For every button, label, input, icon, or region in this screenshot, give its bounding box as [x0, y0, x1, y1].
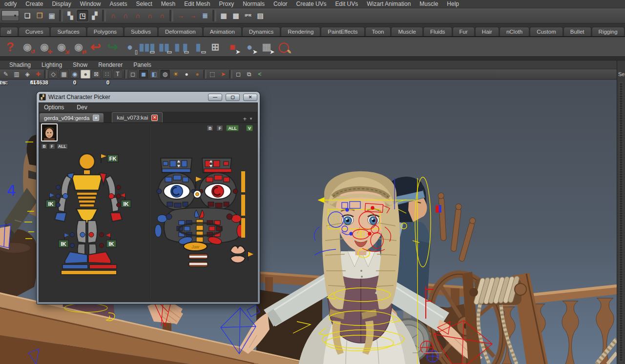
panel-separator[interactable]	[44, 70, 47, 79]
output-connections-icon[interactable]: →	[187, 10, 199, 21]
tab-kai[interactable]: kai_v073:kai ✕	[112, 112, 163, 122]
smooth-shade-icon[interactable]: ◼	[139, 70, 148, 79]
head-control[interactable]	[79, 154, 95, 169]
image-plane-icon[interactable]: ✎	[1, 70, 11, 79]
shelf-tab[interactable]: Dynamics	[242, 27, 280, 36]
snap-to-grid-icon[interactable]: ∩	[107, 10, 119, 21]
menu-item[interactable]: Mesh	[157, 0, 180, 7]
maximize-button[interactable]: ▢	[226, 94, 240, 101]
toolbar-separator[interactable]	[102, 10, 106, 21]
neck-control[interactable]	[83, 170, 90, 175]
camera-tumble-icon[interactable]: ◉↺	[20, 40, 35, 54]
file-new-icon[interactable]: ❏	[21, 10, 33, 21]
resolution-gate-icon[interactable]: ⊠	[91, 70, 101, 79]
render-settings-icon[interactable]: ▤	[254, 10, 266, 21]
shelf-tab[interactable]: Subdivs	[124, 27, 158, 36]
light-brown-icon[interactable]: ●	[192, 70, 202, 79]
help-icon[interactable]: ?	[3, 40, 18, 54]
lips-control[interactable]	[230, 246, 253, 263]
delete-object-icon[interactable]: ●▯	[123, 40, 137, 54]
snap-to-point-icon[interactable]: ∩	[132, 10, 144, 21]
zoom-region-icon[interactable]: ✚	[33, 70, 43, 79]
tab-gerda-close-icon[interactable]: ✕	[93, 115, 99, 121]
select-blue-sphere-icon[interactable]: ●➤	[242, 40, 257, 54]
panel-menu-item[interactable]: Show	[67, 61, 93, 68]
character-thumbnail[interactable]	[41, 123, 58, 142]
menu-item[interactable]: Create	[21, 0, 47, 7]
menu-item[interactable]: Muscle	[415, 0, 442, 7]
menu-item[interactable]: Help	[442, 0, 463, 7]
toolbar-separator[interactable]	[212, 10, 216, 21]
panel-menu-item[interactable]: Panels	[128, 61, 157, 68]
snap-to-plane-icon[interactable]: ∩	[144, 10, 156, 21]
slider-bars-control[interactable]	[241, 171, 245, 238]
marquee-select-icon[interactable]: ⬚	[208, 70, 217, 79]
shelf-tab[interactable]: Curves	[19, 27, 50, 36]
thumbnail-toggle-button[interactable]: ALL	[57, 143, 68, 149]
shelf-tab[interactable]: PaintEffects	[321, 27, 364, 36]
cursor-icon[interactable]: ➤	[218, 70, 228, 79]
shelf-tab[interactable]: Surfaces	[50, 27, 86, 36]
left-eye-control[interactable]	[157, 173, 195, 210]
menu-item[interactable]: Select	[131, 0, 156, 7]
menu-item[interactable]: Proxy	[215, 0, 239, 7]
node-editor-icon[interactable]: ⊞	[208, 40, 223, 54]
right-panel-strip[interactable]: Se	[617, 61, 625, 364]
gate-mask-icon[interactable]: ∷	[102, 70, 112, 79]
menu-item[interactable]: Window	[76, 0, 105, 7]
menu-item[interactable]: odify	[0, 0, 21, 7]
hud-text-icon[interactable]: T	[113, 70, 123, 79]
panel-separator[interactable]	[229, 70, 232, 79]
body-visibility-button[interactable]: B	[207, 125, 214, 131]
film-gate-icon[interactable]: ▦	[59, 70, 69, 79]
right-panel-scrollbar[interactable]	[619, 82, 623, 362]
menu-item[interactable]: Normals	[238, 0, 269, 7]
leg-controls[interactable]	[77, 221, 97, 259]
panel-separator[interactable]	[203, 70, 207, 79]
all-visibility-button[interactable]: ALL	[226, 125, 239, 131]
select-object-icon[interactable]: ◳	[77, 10, 88, 21]
panel-menu-item[interactable]: Renderer	[93, 61, 128, 68]
isolate-cube-icon[interactable]: ◻	[233, 70, 243, 79]
menu-item[interactable]: Edit UVs	[331, 0, 363, 7]
teeth-controls[interactable]	[188, 254, 208, 267]
layered-view-icon[interactable]: ⧉	[244, 70, 254, 79]
toolbar-separator[interactable]	[59, 10, 63, 21]
share-view-icon[interactable]: <	[255, 70, 265, 79]
tab-gerda[interactable]: gerda_v094:gerda ✕	[40, 113, 104, 122]
shelf-tab[interactable]: Deformation	[158, 27, 203, 36]
right-brow-control[interactable]	[202, 158, 231, 173]
mouth-control-cluster[interactable]: Jaw	[155, 208, 244, 251]
shelf-tab[interactable]: Rigging	[592, 27, 625, 36]
bookmark-icon[interactable]: ▥	[12, 70, 21, 79]
camera-attrs-icon[interactable]: ◈	[22, 70, 32, 79]
wireframe-cube-icon[interactable]: ◻	[128, 70, 138, 79]
wizart-character-picker-window[interactable]: ▞ Wizart Character Picker — ▢ ✕ OptionsD…	[37, 92, 260, 304]
menu-item[interactable]: Color	[269, 0, 292, 7]
fk-flag-control[interactable]: FK	[101, 154, 118, 163]
green-arrow-tool-icon[interactable]: ↪	[105, 40, 120, 54]
right-eye-control[interactable]	[199, 173, 238, 210]
camera-dolly-icon[interactable]: ◉⇲	[54, 40, 69, 54]
left-hand-control[interactable]	[55, 213, 66, 222]
shelf-tab[interactable]: Toon	[365, 27, 391, 36]
tab-kai-close-icon[interactable]: ✕	[151, 115, 158, 121]
shelf-tab[interactable]: Rendering	[281, 27, 320, 36]
menu-item[interactable]: Edit Mesh	[180, 0, 214, 7]
menu-item[interactable]: Assets	[105, 0, 131, 7]
render-view-icon[interactable]: ▦	[218, 10, 229, 21]
file-open-icon[interactable]: ❒	[34, 10, 45, 21]
shaded-sphere-icon[interactable]: ◉	[70, 70, 80, 79]
right-foot-bar-control[interactable]	[89, 264, 117, 269]
picker-menu-item[interactable]: Dev	[77, 104, 87, 111]
camera-zoom-icon[interactable]: ◉⇄	[71, 40, 86, 54]
paint-skin-weights-icon[interactable]: ◯✎	[276, 40, 291, 54]
shelf-tab[interactable]: al	[0, 27, 18, 36]
panel-separator[interactable]	[124, 70, 127, 79]
textured-cube-icon[interactable]: ◧	[149, 70, 159, 79]
construction-history-icon[interactable]: ≣	[199, 10, 211, 21]
node-bucket-triple-icon[interactable]: ▮▮▮▭	[140, 40, 154, 54]
panel-menu-item[interactable]: Lighting	[36, 61, 67, 68]
v-button[interactable]: V	[246, 125, 253, 131]
light-glow-icon[interactable]: ☀	[171, 70, 181, 79]
